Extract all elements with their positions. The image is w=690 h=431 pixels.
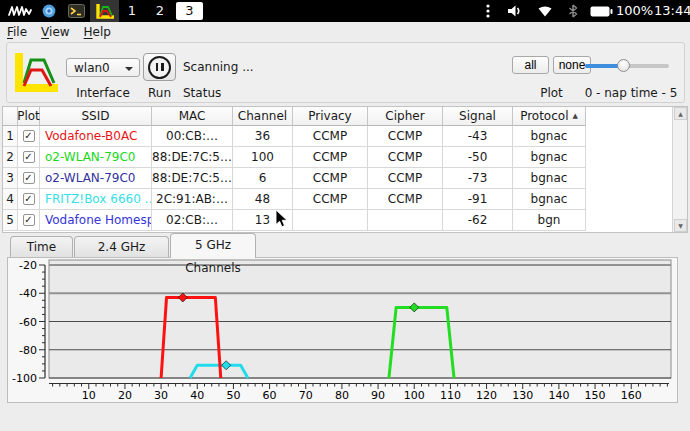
scroll-down-button[interactable]: ▼ (674, 219, 687, 232)
cell-signal: -43 (443, 126, 513, 147)
linssid-app-tile[interactable] (90, 0, 119, 22)
workspace-3-active[interactable]: 3 (176, 2, 203, 20)
cell-privacy: CCMP (293, 147, 368, 168)
svg-text:60: 60 (263, 389, 277, 402)
svg-text:10: 10 (82, 389, 96, 402)
svg-text:-20: -20 (19, 259, 37, 272)
browser-icon[interactable] (42, 4, 56, 18)
cell-plot[interactable]: ✓ (18, 147, 40, 168)
sort-ascending-icon: ▲ (572, 112, 577, 120)
plot-checkbox[interactable]: ✓ (23, 151, 35, 163)
interface-selected-value: wlan0 (74, 61, 110, 75)
table-row[interactable]: 3✓o2-WLAN-79C088:DE:7C:5…6CCMPCCMP-73bgn… (3, 168, 586, 189)
channel-chart-panel: 102030405060708090100110120130140150160-… (7, 257, 678, 403)
svg-text:120: 120 (476, 389, 497, 402)
header-ssid[interactable]: SSID (40, 107, 152, 126)
bluetooth-disabled-icon[interactable] (567, 4, 579, 18)
header-corner (3, 107, 18, 126)
svg-text:90: 90 (371, 389, 385, 402)
header-privacy[interactable]: Privacy (293, 107, 368, 126)
plot-checkbox[interactable]: ✓ (23, 172, 35, 184)
terminal-icon[interactable] (68, 4, 85, 18)
cell-protocol: bgnac (513, 189, 586, 210)
table-header-row: PlotSSIDMACChannelPrivacyCipherSignalPro… (3, 107, 586, 126)
volume-icon[interactable] (508, 5, 523, 17)
nap-time-slider[interactable] (585, 55, 669, 75)
cell-cipher: CCMP (368, 168, 443, 189)
header-plot[interactable]: Plot (18, 107, 40, 126)
header-signal[interactable]: Signal (443, 107, 513, 126)
cell-plot[interactable]: ✓ (18, 210, 40, 231)
cell-privacy: CCMP (293, 126, 368, 147)
cell-protocol: bgnac (513, 168, 586, 189)
menu-view[interactable]: View (34, 22, 76, 42)
table-grid: PlotSSIDMACChannelPrivacyCipherSignalPro… (3, 107, 586, 231)
cell-cipher: CCMP (368, 126, 443, 147)
cell-num: 5 (3, 210, 18, 231)
plot-checkbox[interactable]: ✓ (23, 130, 35, 142)
channels-plot: 102030405060708090100110120130140150160-… (8, 258, 677, 402)
svg-text:-40: -40 (19, 287, 37, 300)
battery-percent: 100% (616, 0, 653, 22)
signature-logo-icon (8, 5, 32, 17)
table-row[interactable]: 2✓o2-WLAN-79C088:DE:7C:5…100CCMPCCMP-50b… (3, 147, 586, 168)
scroll-up-button[interactable]: ▲ (674, 107, 687, 120)
header-mac[interactable]: MAC (152, 107, 233, 126)
cell-cipher: CCMP (368, 147, 443, 168)
cell-channel: 36 (233, 126, 293, 147)
interface-select[interactable]: wlan0 (66, 58, 140, 77)
tab-5ghz-channels[interactable]: 5 GHz Channels (170, 233, 256, 258)
svg-text:140: 140 (548, 389, 569, 402)
table-scrollbar[interactable]: ▲ ▼ (672, 107, 687, 232)
svg-text:70: 70 (299, 389, 313, 402)
cell-channel: 6 (233, 168, 293, 189)
cell-mac: 88:DE:7C:5… (152, 168, 233, 189)
run-pause-button[interactable] (143, 53, 176, 81)
cell-ssid: o2-WLAN-79C0 (40, 168, 152, 189)
svg-text:100: 100 (404, 389, 425, 402)
cell-protocol: bgnac (513, 147, 586, 168)
menu-help[interactable]: Help (77, 22, 118, 42)
svg-text:50: 50 (226, 389, 240, 402)
tab-24ghz-channels[interactable]: 2.4 GHz Channels (74, 236, 169, 257)
naptime-label: 0 - nap time - 5 (579, 86, 683, 100)
plot-all-button[interactable]: all (512, 56, 549, 74)
cell-signal: -50 (443, 147, 513, 168)
cell-num: 1 (3, 126, 18, 147)
cell-ssid: Vodafone-B0AC (40, 126, 152, 147)
table-row[interactable]: 1✓Vodafone-B0AC00:CB:…36CCMPCCMP-43bgnac (3, 126, 586, 147)
cell-signal: -73 (443, 168, 513, 189)
cell-signal: -62 (443, 210, 513, 231)
cell-num: 3 (3, 168, 18, 189)
workspace-2[interactable]: 2 (152, 0, 168, 22)
table-row[interactable]: 4✓FRITZ!Box 6660 …2C:91:AB:…48CCMPCCMP-9… (3, 189, 586, 210)
plot-checkbox[interactable]: ✓ (23, 193, 35, 205)
overflow-menu-icon[interactable] (486, 4, 490, 18)
cell-num: 2 (3, 147, 18, 168)
cell-plot[interactable]: ✓ (18, 168, 40, 189)
slider-handle[interactable] (617, 59, 630, 72)
workspace-1[interactable]: 1 (124, 0, 140, 22)
wifi-icon[interactable] (538, 6, 552, 17)
cell-signal: -91 (443, 189, 513, 210)
battery-icon[interactable] (590, 6, 613, 17)
svg-text:80: 80 (335, 389, 349, 402)
tab-time-graph[interactable]: Time Graph (10, 236, 73, 257)
plot-checkbox[interactable]: ✓ (23, 214, 35, 226)
svg-text:-60: -60 (19, 316, 37, 329)
header-channel[interactable]: Channel (233, 107, 293, 126)
table-row[interactable]: 5✓Vodafone Homespot02:CB:…13-62bgn (3, 210, 586, 231)
cell-mac: 02:CB:… (152, 210, 233, 231)
header-cipher[interactable]: Cipher (368, 107, 443, 126)
status-bar: 1 2 3 100% 13:44 (0, 0, 690, 22)
menu-file[interactable]: File (0, 22, 34, 42)
interface-label: Interface (66, 86, 140, 100)
svg-text:40: 40 (190, 389, 204, 402)
svg-text:110: 110 (440, 389, 461, 402)
mouse-cursor (275, 209, 288, 228)
header-protocol[interactable]: Protocol▲ (513, 107, 586, 126)
svg-text:150: 150 (585, 389, 606, 402)
svg-text:-80: -80 (19, 344, 37, 357)
cell-plot[interactable]: ✓ (18, 126, 40, 147)
cell-plot[interactable]: ✓ (18, 189, 40, 210)
